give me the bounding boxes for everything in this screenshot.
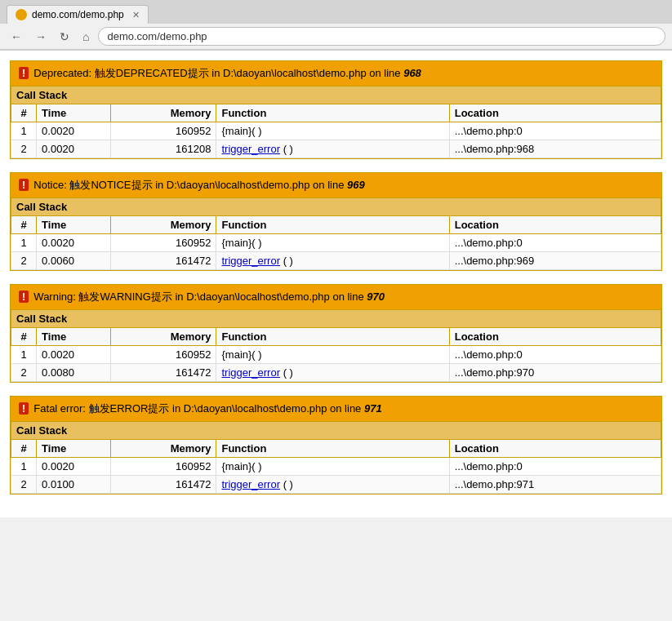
error-block-1: !Notice: 触发NOTICE提示 in D:\daoyan\localho…: [10, 172, 662, 271]
cell-function-1-1[interactable]: trigger_error ( ): [216, 252, 449, 270]
error-block-3: !Fatal error: 触发ERROR提示 in D:\daoyan\loc…: [10, 396, 662, 495]
callstack-table-3: Call Stack#TimeMemoryFunctionLocation10.…: [11, 421, 661, 494]
cell-location-1-0: ...\demo.php:0: [449, 234, 661, 252]
home-button[interactable]: ⌂: [78, 29, 93, 45]
cell-memory-2-1: 161472: [110, 364, 216, 382]
col-header-3-4: Location: [449, 440, 661, 458]
cell-memory-1-1: 161472: [110, 252, 216, 270]
cell-num-1-1: 2: [11, 252, 37, 270]
error-line-1: 969: [347, 179, 365, 191]
error-icon-3: !: [19, 402, 29, 415]
error-line-2: 970: [367, 291, 385, 303]
cell-function-3-0: {main}( ): [216, 458, 449, 476]
cell-num-0-1: 2: [11, 140, 37, 158]
tab-favicon: [16, 9, 27, 20]
tab-close-button[interactable]: ✕: [132, 10, 140, 20]
cell-location-2-0: ...\demo.php:0: [449, 346, 661, 364]
error-icon-2: !: [19, 291, 29, 303]
callstack-label-row-3: Call Stack: [11, 422, 661, 440]
data-row-0-0: 10.0020160952{main}( )...\demo.php:0: [11, 122, 661, 140]
error-message-3: Fatal error: 触发ERROR提示 in D:\daoyan\loca…: [33, 402, 364, 415]
cell-location-3-0: ...\demo.php:0: [449, 458, 661, 476]
data-row-0-1: 20.0020161208trigger_error ( )...\demo.p…: [11, 140, 661, 158]
function-link-2-1[interactable]: trigger_error: [221, 366, 280, 379]
col-header-2-2: Memory: [110, 328, 216, 346]
data-row-3-1: 20.0100161472trigger_error ( )...\demo.p…: [11, 476, 661, 494]
cell-num-0-0: 1: [11, 122, 37, 140]
cell-function-3-1[interactable]: trigger_error ( ): [216, 476, 449, 494]
callstack-label-row-1: Call Stack: [11, 198, 661, 216]
cell-time-0-1: 0.0020: [37, 140, 111, 158]
cell-time-1-0: 0.0020: [37, 234, 111, 252]
back-button[interactable]: ←: [7, 29, 26, 45]
function-link-0-1[interactable]: trigger_error: [221, 143, 280, 155]
cell-function-2-0: {main}( ): [216, 346, 449, 364]
col-header-1-3: Function: [216, 216, 449, 234]
cell-location-1-1: ...\demo.php:969: [449, 252, 661, 270]
address-bar[interactable]: [98, 27, 665, 46]
forward-button[interactable]: →: [31, 29, 51, 45]
error-header-0: !Deprecated: 触发DEPRECATED提示 in D:\daoyan…: [11, 61, 661, 86]
col-header-1-1: Time: [37, 216, 111, 234]
error-icon-1: !: [19, 179, 29, 191]
cell-memory-3-0: 160952: [110, 458, 216, 476]
callstack-label-3: Call Stack: [11, 422, 661, 440]
col-header-3-1: Time: [37, 440, 111, 458]
col-header-0-0: #: [11, 104, 37, 122]
data-row-2-1: 20.0080161472trigger_error ( )...\demo.p…: [11, 364, 661, 382]
error-line-3: 971: [364, 402, 382, 415]
cell-num-2-1: 2: [11, 364, 37, 382]
cell-location-2-1: ...\demo.php:970: [449, 364, 661, 382]
col-header-0-1: Time: [37, 104, 111, 122]
callstack-label-row-2: Call Stack: [11, 310, 661, 328]
data-row-3-0: 10.0020160952{main}( )...\demo.php:0: [11, 458, 661, 476]
cell-memory-1-0: 160952: [110, 234, 216, 252]
error-header-2: !Warning: 触发WARNING提示 in D:\daoyan\local…: [11, 285, 661, 309]
col-header-row-0: #TimeMemoryFunctionLocation: [11, 104, 661, 122]
cell-memory-3-1: 161472: [110, 476, 216, 494]
col-header-1-0: #: [11, 216, 37, 234]
cell-time-2-0: 0.0020: [37, 346, 111, 364]
error-message-1: Notice: 触发NOTICE提示 in D:\daoyan\localhos…: [33, 179, 347, 191]
browser-tab[interactable]: demo.com/demo.php ✕: [7, 5, 149, 24]
error-icon-0: !: [19, 67, 29, 79]
cell-location-0-0: ...\demo.php:0: [449, 122, 661, 140]
cell-num-3-0: 1: [11, 458, 37, 476]
error-block-0: !Deprecated: 触发DEPRECATED提示 in D:\daoyan…: [10, 60, 662, 159]
error-header-1: !Notice: 触发NOTICE提示 in D:\daoyan\localho…: [11, 173, 661, 197]
function-link-1-1[interactable]: trigger_error: [221, 255, 280, 267]
cell-location-0-1: ...\demo.php:968: [449, 140, 661, 158]
data-row-1-0: 10.0020160952{main}( )...\demo.php:0: [11, 234, 661, 252]
cell-function-2-1[interactable]: trigger_error ( ): [216, 364, 449, 382]
col-header-0-4: Location: [449, 104, 661, 122]
col-header-1-2: Memory: [110, 216, 216, 234]
cell-location-3-1: ...\demo.php:971: [449, 476, 661, 494]
cell-memory-2-0: 160952: [110, 346, 216, 364]
refresh-button[interactable]: ↻: [56, 29, 73, 45]
tab-bar: demo.com/demo.php ✕: [0, 0, 672, 24]
callstack-label-0: Call Stack: [11, 86, 661, 104]
cell-time-1-1: 0.0060: [37, 252, 111, 270]
cell-time-3-0: 0.0020: [37, 458, 111, 476]
col-header-3-2: Memory: [110, 440, 216, 458]
col-header-row-2: #TimeMemoryFunctionLocation: [11, 328, 661, 346]
error-message-0: Deprecated: 触发DEPRECATED提示 in D:\daoyan\…: [33, 67, 403, 79]
page-content: !Deprecated: 触发DEPRECATED提示 in D:\daoyan…: [0, 51, 672, 517]
callstack-label-row-0: Call Stack: [11, 86, 661, 104]
cell-function-1-0: {main}( ): [216, 234, 449, 252]
cell-num-2-0: 1: [11, 346, 37, 364]
callstack-table-1: Call Stack#TimeMemoryFunctionLocation10.…: [11, 197, 661, 270]
col-header-2-4: Location: [449, 328, 661, 346]
cell-function-0-1[interactable]: trigger_error ( ): [216, 140, 449, 158]
cell-time-2-1: 0.0080: [37, 364, 111, 382]
error-line-0: 968: [403, 67, 421, 79]
cell-num-1-0: 1: [11, 234, 37, 252]
function-link-3-1[interactable]: trigger_error: [221, 478, 280, 490]
col-header-row-1: #TimeMemoryFunctionLocation: [11, 216, 661, 234]
browser-chrome: demo.com/demo.php ✕ ← → ↻ ⌂: [0, 0, 672, 51]
data-row-1-1: 20.0060161472trigger_error ( )...\demo.p…: [11, 252, 661, 270]
col-header-2-3: Function: [216, 328, 449, 346]
col-header-1-4: Location: [449, 216, 661, 234]
col-header-3-0: #: [11, 440, 37, 458]
error-block-2: !Warning: 触发WARNING提示 in D:\daoyan\local…: [10, 284, 662, 383]
